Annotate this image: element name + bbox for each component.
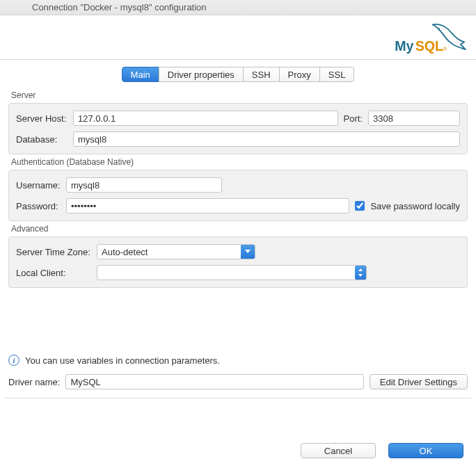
driver-row: Driver name: Edit Driver Settings — [4, 370, 472, 398]
section-server-label: Server — [4, 88, 472, 103]
port-input[interactable] — [368, 111, 460, 126]
advanced-group: Server Time Zone: Local Client: — [8, 236, 468, 288]
info-icon: i — [8, 355, 19, 366]
server-host-input[interactable] — [73, 111, 338, 126]
info-row: i You can use variables in connection pa… — [4, 350, 472, 370]
ok-button[interactable]: OK — [388, 443, 463, 458]
timezone-value[interactable] — [97, 244, 255, 259]
svg-text:®: ® — [443, 47, 447, 52]
cancel-button[interactable]: Cancel — [301, 443, 376, 458]
tab-ssl[interactable]: SSL — [319, 67, 355, 82]
tab-proxy[interactable]: Proxy — [279, 67, 320, 82]
database-input[interactable] — [73, 131, 460, 147]
chevron-down-icon — [241, 245, 255, 259]
username-input[interactable] — [66, 177, 222, 193]
save-password-checkbox[interactable] — [355, 201, 365, 211]
info-text: You can use variables in connection para… — [25, 355, 220, 366]
section-advanced-label: Advanced — [4, 221, 472, 236]
password-label: Password: — [16, 201, 61, 211]
svg-text:My: My — [395, 38, 413, 54]
timezone-label: Server Time Zone: — [16, 247, 91, 257]
timezone-select[interactable] — [97, 244, 255, 259]
section-auth-label: Authentication (Database Native) — [4, 154, 472, 170]
mysql-logo-icon: My SQL ® — [392, 21, 469, 56]
username-label: Username: — [16, 180, 61, 191]
window-title: Connection "Docker - mysql8" configurati… — [32, 2, 207, 13]
svg-text:SQL: SQL — [415, 38, 443, 54]
window-titlebar: Connection "Docker - mysql8" configurati… — [0, 0, 476, 15]
password-input[interactable] — [66, 198, 349, 213]
server-group: Server Host: Port: Database: — [8, 103, 468, 154]
edit-driver-settings-button[interactable]: Edit Driver Settings — [370, 374, 468, 389]
auth-group: Username: Password: Save password locall… — [8, 170, 468, 221]
port-label: Port: — [344, 113, 363, 124]
tab-ssh[interactable]: SSH — [243, 67, 280, 82]
driver-name-input[interactable] — [65, 374, 363, 389]
tab-bar: Main Driver properties SSH Proxy SSL — [4, 67, 472, 82]
database-label: Database: — [16, 134, 68, 145]
logo-area: My SQL ® — [0, 15, 476, 60]
local-client-value[interactable] — [97, 265, 367, 280]
driver-name-label: Driver name: — [8, 377, 60, 387]
tab-main[interactable]: Main — [122, 67, 159, 82]
server-host-label: Server Host: — [16, 113, 68, 124]
local-client-label: Local Client: — [16, 268, 91, 278]
local-client-select[interactable] — [97, 265, 367, 280]
dialog-footer: Cancel OK — [301, 443, 463, 458]
svg-point-0 — [438, 28, 440, 30]
tab-driver-properties[interactable]: Driver properties — [159, 67, 244, 82]
save-password-label: Save password locally — [370, 201, 460, 211]
updown-icon — [355, 266, 366, 280]
